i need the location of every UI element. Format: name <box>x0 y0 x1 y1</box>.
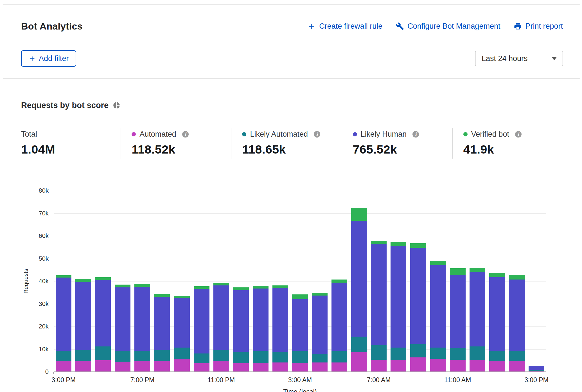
bar-segment-verified_bot <box>450 268 466 275</box>
stat-likely-automated: Likely Automated 118.65k <box>231 128 342 159</box>
add-filter-button[interactable]: Add filter <box>21 50 76 67</box>
bar[interactable] <box>253 286 269 371</box>
requests-by-bot-score-section: Requests by bot score Total 1.04M Automa… <box>3 100 580 392</box>
info-icon[interactable] <box>314 131 320 138</box>
bar-segment-verified_bot <box>272 285 288 288</box>
bar[interactable] <box>410 243 426 371</box>
bar-segment-likely_automated <box>213 350 229 361</box>
gridline <box>54 236 546 236</box>
axis-tick <box>53 372 54 374</box>
bar-segment-likely_automated <box>194 353 209 363</box>
plus-icon <box>28 55 36 62</box>
y-axis-tick-label: 30k <box>39 300 49 308</box>
bar[interactable] <box>134 284 150 371</box>
bar-segment-automated <box>233 363 249 371</box>
bar-segment-verified_bot <box>233 287 249 290</box>
bar-segment-verified_bot <box>174 296 190 298</box>
bar[interactable] <box>75 279 91 371</box>
bar-segment-automated <box>154 361 170 371</box>
bar[interactable] <box>470 268 485 371</box>
bar-segment-verified_bot <box>391 242 406 246</box>
bar-segment-likely_automated <box>450 348 466 360</box>
stat-label: Likely Human <box>361 130 407 139</box>
x-axis-tick-label: 3:00 PM <box>524 376 549 384</box>
legend-dot-likely-human <box>353 132 357 136</box>
bar-segment-likely_automated <box>410 344 426 357</box>
bar-segment-likely_human <box>233 290 249 352</box>
bar[interactable] <box>272 285 288 371</box>
x-axis-title: Time (local) <box>283 388 317 392</box>
info-icon[interactable] <box>182 131 189 138</box>
bar-segment-verified_bot <box>371 241 387 245</box>
gridline <box>54 259 546 259</box>
bar[interactable] <box>154 294 170 371</box>
bar-segment-likely_human <box>489 277 505 351</box>
bar-segment-automated <box>470 360 485 371</box>
bar-segment-verified_bot <box>292 294 308 299</box>
bar-segment-automated <box>312 362 328 371</box>
bar[interactable] <box>213 283 229 371</box>
bar[interactable] <box>194 286 209 371</box>
bar-segment-likely_human <box>371 244 387 345</box>
info-icon[interactable] <box>515 131 522 138</box>
action-label: Configure Bot Management <box>407 22 500 31</box>
bar[interactable] <box>331 280 347 371</box>
bar-segment-likely_automated <box>351 337 367 352</box>
bar-segment-verified_bot <box>95 277 111 280</box>
bar[interactable] <box>292 294 308 371</box>
bar-segment-likely_human <box>115 287 130 351</box>
bar[interactable] <box>489 273 505 371</box>
bar-segment-automated <box>56 361 71 371</box>
header-actions: Create firewall rule Configure Bot Manag… <box>308 22 563 31</box>
bar-segment-automated <box>489 361 505 371</box>
bar[interactable] <box>233 287 249 371</box>
time-range-select[interactable]: Last 24 hours <box>475 50 563 67</box>
bar[interactable] <box>174 296 190 371</box>
bar-segment-automated <box>213 361 229 371</box>
bar-segment-likely_human <box>75 282 91 350</box>
y-axis-tick-label: 0 <box>45 368 49 375</box>
bar[interactable] <box>351 208 367 371</box>
create-firewall-rule-link[interactable]: Create firewall rule <box>308 22 382 31</box>
bar[interactable] <box>529 366 544 371</box>
stats-row: Total 1.04M Automated 118.52k Likely Aut… <box>21 128 563 159</box>
configure-bot-management-link[interactable]: Configure Bot Management <box>396 22 500 31</box>
bar[interactable] <box>312 293 328 371</box>
bar-segment-automated <box>331 362 347 371</box>
bar[interactable] <box>430 261 446 371</box>
stat-label: Automated <box>139 130 176 139</box>
legend-dot-automated <box>132 132 136 136</box>
bar[interactable] <box>509 275 525 371</box>
bar[interactable] <box>115 285 130 371</box>
action-label: Print report <box>525 22 563 31</box>
stat-value: 118.65k <box>242 142 339 156</box>
bar-segment-likely_human <box>213 285 229 350</box>
x-axis-tick-label: 7:00 PM <box>130 376 155 384</box>
bar-segment-automated <box>351 352 367 371</box>
bar[interactable] <box>371 241 387 371</box>
page-title: Bot Analytics <box>21 21 83 32</box>
chevron-down-icon <box>551 57 557 60</box>
x-axis-tick-label: 11:00 PM <box>207 376 235 384</box>
bar-segment-automated <box>253 363 269 371</box>
stat-value: 1.04M <box>21 142 118 156</box>
bar[interactable] <box>95 277 111 371</box>
bar-segment-automated <box>95 360 111 371</box>
bar-segment-likely_automated <box>233 352 249 363</box>
bar[interactable] <box>450 268 466 371</box>
stat-value: 118.52k <box>132 142 228 156</box>
info-icon[interactable] <box>412 131 419 138</box>
stat-label: Total <box>21 130 37 139</box>
print-report-link[interactable]: Print report <box>514 22 563 31</box>
stat-label: Verified bot <box>471 130 509 139</box>
bot-analytics-card: Bot Analytics Create firewall rule Confi… <box>3 4 580 392</box>
bar[interactable] <box>391 242 406 371</box>
bar-segment-automated <box>410 357 426 371</box>
bar-segment-likely_automated <box>174 348 190 359</box>
x-axis-tick-label: 3:00 PM <box>51 376 76 384</box>
bar-segment-verified_bot <box>213 283 229 285</box>
stat-likely-human: Likely Human 765.52k <box>342 128 452 159</box>
section-title: Requests by bot score <box>21 100 109 110</box>
bar-segment-likely_human <box>430 265 446 348</box>
bar[interactable] <box>56 275 71 371</box>
